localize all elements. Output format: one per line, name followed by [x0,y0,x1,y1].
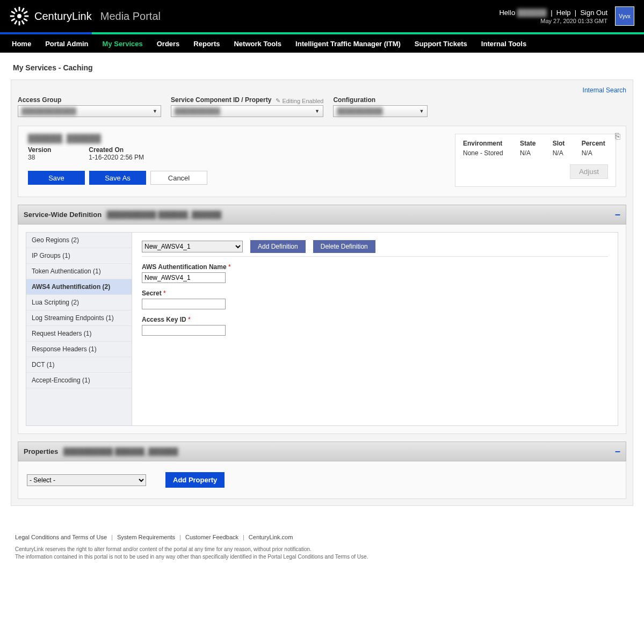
created-value: 1-16-2020 2:56 PM [89,154,144,161]
collapse-icon[interactable]: – [615,209,620,220]
version-value: 38 [28,154,51,161]
adjust-button[interactable]: Adjust [570,164,608,179]
main-card: Internal Search Access Group ███████████… [11,79,633,506]
selector-row: Access Group ████████████▼ Service Compo… [18,96,626,117]
nav-home[interactable]: Home [6,34,37,53]
aws-name-label: AWS Authentification Name * [142,263,608,271]
caret-down-icon: ▼ [315,108,320,114]
main-nav: HomePortal AdminMy ServicesOrdersReports… [0,34,644,53]
access-key-input[interactable] [142,325,226,336]
env-slot-label: Slot [553,140,568,147]
header-top: CenturyLink Media Portal Hello ██████ | … [0,0,644,32]
editing-enabled-tag: ✎Editing Enabled [276,97,323,104]
logo-block: CenturyLink Media Portal [10,6,161,26]
caret-down-icon: ▼ [419,108,424,114]
save-as-button[interactable]: Save As [89,171,146,185]
internal-search-link[interactable]: Internal Search [583,86,626,94]
starburst-logo-icon [10,6,29,26]
header-links: Hello ██████ | Help | Sign Out [499,9,607,17]
username-masked: ██████ [517,9,547,17]
nav-reports[interactable]: Reports [188,34,225,53]
config-title-masked: ██████_██████ [28,134,207,143]
header-right: Hello ██████ | Help | Sign Out May 27, 2… [499,6,634,26]
configuration-select[interactable]: ██████████▼ [333,105,428,117]
footer-disclaimer-2: The information contained in this portal… [15,553,629,561]
version-label: Version [28,146,51,154]
footer-disclaimer-1: CenturyLink reserves the right to alter … [15,546,629,553]
pencil-icon: ✎ [276,97,280,104]
footer-link-legal-conditions-and-terms-of-use[interactable]: Legal Conditions and Terms of Use [15,534,107,540]
swd-main-panel: New_AWSV4_1 Add Definition Delete Defini… [132,232,618,426]
side-tab-accept-encoding-1-[interactable]: Accept-Encoding (1) [26,373,132,388]
swd-side-tabs: Geo Regions (2)IP Groups (1)Token Authen… [26,232,132,426]
side-tab-ip-groups-1-[interactable]: IP Groups (1) [26,248,132,264]
brand-name: CenturyLink [34,10,92,23]
swd-label-masked: ██████████ ██████_██████ [107,211,221,219]
copy-link-icon[interactable]: ⎘ [615,132,620,141]
signout-link[interactable]: Sign Out [580,9,607,17]
nav-my-services[interactable]: My Services [97,34,148,53]
footer-link-customer-feedback[interactable]: Customer Feedback [185,534,238,540]
delete-definition-button[interactable]: Delete Definition [313,240,375,253]
svg-rect-1 [19,7,20,11]
header-timestamp: May 27, 2020 01:33 GMT [499,18,607,24]
aws-name-input[interactable] [142,272,226,283]
swd-section-header[interactable]: Service-Wide Definition ██████████ █████… [18,205,626,225]
side-tab-aws4-authentification-2-[interactable]: AWS4 Authentification (2) [26,279,132,295]
nav-internal-tools[interactable]: Internal Tools [476,34,532,53]
side-tab-request-headers-1-[interactable]: Request Headers (1) [26,326,132,342]
nav-portal-admin[interactable]: Portal Admin [40,34,93,53]
property-select[interactable]: - Select - [27,474,146,486]
side-tab-lua-scripting-2-[interactable]: Lua Scripting (2) [26,295,132,310]
add-property-button[interactable]: Add Property [165,472,225,488]
env-slot-value: N/A [553,149,568,157]
properties-label: Properties [24,447,58,455]
side-tab-dct-1-[interactable]: DCT (1) [26,357,132,373]
footer-link-centurylink-com[interactable]: CenturyLink.com [249,534,293,540]
service-component-label: Service Component ID / Property [171,96,271,104]
env-environment-value: None - Stored [463,149,506,157]
footer: Legal Conditions and Terms of Use|System… [11,527,633,567]
properties-body: - Select - Add Property [18,461,626,499]
svg-point-0 [17,14,21,18]
nav-network-tools[interactable]: Network Tools [228,34,287,53]
configuration-label: Configuration [333,96,428,104]
access-group-select[interactable]: ████████████▼ [18,105,161,117]
vyvx-badge: Vyvx [615,6,634,26]
created-label: Created On [89,146,144,154]
side-tab-token-authentication-1-[interactable]: Token Authentication (1) [26,264,132,279]
env-percent-label: Percent [582,140,608,147]
nav-support-tickets[interactable]: Support Tickets [409,34,473,53]
cancel-button[interactable]: Cancel [150,171,207,185]
env-state-label: State [520,140,539,147]
caret-down-icon: ▼ [153,108,157,114]
definition-select[interactable]: New_AWSV4_1 [142,241,243,252]
secret-input[interactable] [142,299,226,309]
access-key-label: Access Key ID * [142,316,608,323]
swd-body: Geo Regions (2)IP Groups (1)Token Authen… [18,225,626,434]
collapse-icon[interactable]: – [615,446,620,457]
swd-label: Service-Wide Definition [24,211,102,219]
page-title: My Services - Caching [13,63,633,72]
side-tab-log-streaming-endpoints-1-[interactable]: Log Streaming Endpoints (1) [26,310,132,326]
side-tab-geo-regions-2-[interactable]: Geo Regions (2) [26,233,132,248]
add-definition-button[interactable]: Add Definition [250,240,306,253]
side-tab-response-headers-1-[interactable]: Response Headers (1) [26,342,132,357]
environment-panel: Environment State Slot Percent None - St… [455,134,616,187]
save-button[interactable]: Save [28,171,85,185]
hello-text: Hello [499,9,515,17]
env-environment-label: Environment [463,140,506,147]
nav-orders[interactable]: Orders [151,34,185,53]
config-box: ⎘ ██████_██████ Version 38 Created On 1-… [18,126,626,197]
env-percent-value: N/A [582,149,608,157]
properties-section-header[interactable]: Properties ██████████ ██████_██████ – [18,442,626,461]
properties-label-masked: ██████████ ██████_██████ [63,447,178,455]
secret-label: Secret * [142,290,608,297]
access-group-label: Access Group [18,96,161,104]
env-state-value: N/A [520,149,539,157]
footer-link-system-requirements[interactable]: System Requirements [117,534,175,540]
brand-sub: Media Portal [100,10,161,23]
help-link[interactable]: Help [556,9,571,17]
service-component-select[interactable]: ██████████▼ [171,105,323,117]
nav-intelligent-traffic-manager-itm-[interactable]: Intelligent Traffic Manager (ITM) [290,34,406,53]
